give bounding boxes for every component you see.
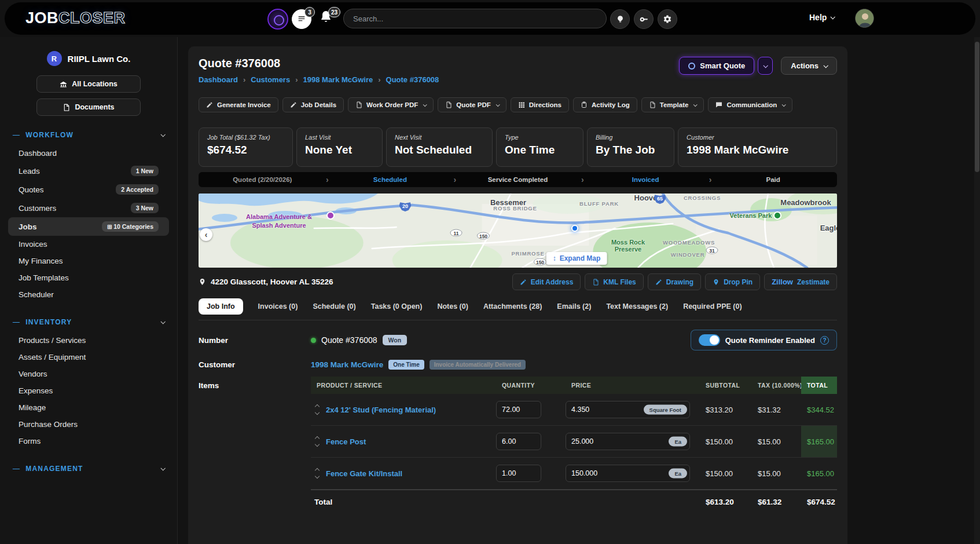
map-label-neighborhood: CROSSINGS: [684, 195, 721, 201]
company-initial-badge: R: [47, 51, 62, 66]
drawing-button[interactable]: Drawing: [648, 273, 701, 290]
one-time-badge: One Time: [388, 360, 424, 370]
progress-scheduled[interactable]: Scheduled: [326, 176, 454, 183]
smart-quote-dropdown[interactable]: [758, 57, 773, 75]
tab-invoices[interactable]: Invoices (0): [258, 298, 298, 315]
template-button[interactable]: Template: [641, 97, 704, 112]
number-row: Number Quote #376008 Won Quote Reminder …: [199, 330, 837, 351]
row-reorder-handle[interactable]: [314, 468, 320, 479]
app-logo[interactable]: JOBCLOSER: [25, 9, 126, 27]
pin-icon: [713, 279, 720, 286]
scrollbar-thumb[interactable]: [975, 42, 979, 172]
subtotal-value: $150.00: [700, 437, 752, 446]
tab-tasks[interactable]: Tasks (0 Open): [371, 298, 423, 315]
sidebar-item-scheduler[interactable]: Scheduler: [8, 286, 169, 303]
scrollbar-track[interactable]: [974, 37, 980, 544]
job-details-button[interactable]: Job Details: [282, 97, 344, 112]
pulse-status-icon[interactable]: [267, 9, 288, 30]
sidebar-item-job-templates[interactable]: Job Templates: [8, 269, 169, 286]
tab-emails[interactable]: Emails (2): [557, 298, 591, 315]
chat-icon: [715, 101, 722, 108]
item-row: 2x4 12' Stud (Fencing Material) Square F…: [311, 394, 837, 426]
actions-button[interactable]: Actions: [781, 57, 837, 75]
sidebar-item-quotes[interactable]: Quotes2 Accepted: [8, 180, 169, 199]
quantity-input[interactable]: [496, 465, 541, 482]
sidebar-item-products-services[interactable]: Products / Services: [8, 332, 169, 349]
sidebar-item-purchase-orders[interactable]: Purchase Orders: [8, 416, 169, 433]
customer-link[interactable]: 1998 Mark McGwire: [311, 360, 383, 369]
map-collapse-control[interactable]: [200, 228, 212, 241]
job-location-marker[interactable]: [571, 225, 578, 232]
quantity-input[interactable]: [496, 433, 541, 450]
breadcrumb-quote[interactable]: Quote #376008: [373, 75, 439, 84]
pdf-icon: [445, 101, 452, 108]
item-link[interactable]: Fence Gate Kit/Install: [326, 469, 402, 478]
sidebar-item-mileage[interactable]: Mileage: [8, 399, 169, 416]
sidebar-item-dashboard[interactable]: Dashboard: [8, 145, 169, 162]
quote-number: Quote #376008: [321, 335, 377, 345]
ideas-button[interactable]: [610, 9, 630, 29]
section-management[interactable]: MANAGEMENT: [13, 465, 164, 473]
progress-invoiced[interactable]: Invoiced: [582, 176, 710, 183]
tab-required-ppe[interactable]: Required PPE (0): [683, 298, 742, 315]
help-tooltip-icon[interactable]: [820, 336, 829, 345]
tab-schedule[interactable]: Schedule (0): [313, 298, 355, 315]
zillow-zestimate-button[interactable]: ZillowZestimate: [764, 273, 837, 290]
breadcrumb-dashboard[interactable]: Dashboard: [199, 75, 238, 84]
quote-reminder-toggle[interactable]: [699, 334, 720, 346]
sidebar-item-jobs[interactable]: Jobs10 Categories: [8, 217, 169, 236]
search-input[interactable]: [343, 9, 607, 28]
map[interactable]: Bessemer Alabama Adventure & Splash Adve…: [199, 193, 837, 268]
directions-button[interactable]: Directions: [511, 97, 569, 112]
sidebar-item-expenses[interactable]: Expenses: [8, 382, 169, 399]
access-keys-button[interactable]: [634, 9, 654, 29]
lightbulb-icon: [616, 15, 625, 24]
breadcrumb-customers[interactable]: Customers: [238, 75, 290, 84]
documents-button[interactable]: Documents: [36, 98, 141, 116]
activity-log-button[interactable]: Activity Log: [573, 97, 637, 112]
sidebar-item-invoices[interactable]: Invoices: [8, 236, 169, 253]
status-progress-bar: Quoted (2/20/2026) Scheduled Service Com…: [199, 172, 837, 187]
messages-button[interactable]: 3: [292, 9, 311, 29]
route-shield: 31: [706, 247, 718, 254]
help-menu[interactable]: Help: [809, 13, 834, 22]
company-switcher[interactable]: R RIIPL Lawn Co.: [0, 51, 177, 66]
tab-job-info[interactable]: Job Info: [199, 298, 243, 315]
quote-pdf-button[interactable]: Quote PDF: [438, 97, 506, 112]
sidebar-item-customers[interactable]: Customers3 New: [8, 199, 169, 217]
user-avatar[interactable]: [855, 9, 874, 28]
file-icon: [592, 279, 599, 286]
sidebar-item-assets-equipment[interactable]: Assets / Equipment: [8, 349, 169, 366]
auto-delivered-badge: Invoice Automatically Delivered: [430, 360, 526, 370]
section-workflow[interactable]: WORKFLOW: [13, 131, 164, 139]
map-label-city: Meadowbrook: [780, 198, 831, 207]
communication-button[interactable]: Communication: [708, 97, 792, 112]
building-icon: [60, 81, 67, 88]
quantity-input[interactable]: [496, 401, 541, 418]
tab-attachments[interactable]: Attachments (28): [483, 298, 542, 315]
sidebar-item-my-finances[interactable]: My Finances: [8, 253, 169, 269]
all-locations-button[interactable]: All Locations: [36, 75, 141, 93]
settings-button[interactable]: [658, 9, 677, 29]
smart-quote-button[interactable]: Smart Quote: [679, 57, 754, 75]
sidebar-item-leads[interactable]: Leads1 New: [8, 162, 169, 180]
breadcrumb-customer-name[interactable]: 1998 Mark McGwire: [290, 75, 373, 84]
row-reorder-handle[interactable]: [314, 436, 320, 447]
work-order-pdf-button[interactable]: Work Order PDF: [348, 97, 434, 112]
sidebar-item-vendors[interactable]: Vendors: [8, 366, 169, 382]
edit-address-button[interactable]: Edit Address: [512, 273, 581, 290]
expand-map-button[interactable]: Expand Map: [546, 252, 607, 265]
chevron-down-icon: [764, 63, 768, 68]
tab-text-messages[interactable]: Text Messages (2): [606, 298, 668, 315]
tab-notes[interactable]: Notes (0): [437, 298, 468, 315]
notifications-button[interactable]: 23: [319, 10, 336, 27]
drop-pin-button[interactable]: Drop Pin: [705, 273, 760, 290]
sidebar-item-forms[interactable]: Forms: [8, 433, 169, 450]
kml-files-button[interactable]: KML Files: [585, 273, 643, 290]
all-locations-label: All Locations: [72, 80, 117, 88]
generate-invoice-button[interactable]: Generate Invoice: [199, 97, 278, 112]
item-link[interactable]: 2x4 12' Stud (Fencing Material): [326, 406, 436, 414]
section-inventory[interactable]: INVENTORY: [13, 318, 164, 326]
row-reorder-handle[interactable]: [314, 404, 320, 415]
item-link[interactable]: Fence Post: [326, 437, 366, 446]
